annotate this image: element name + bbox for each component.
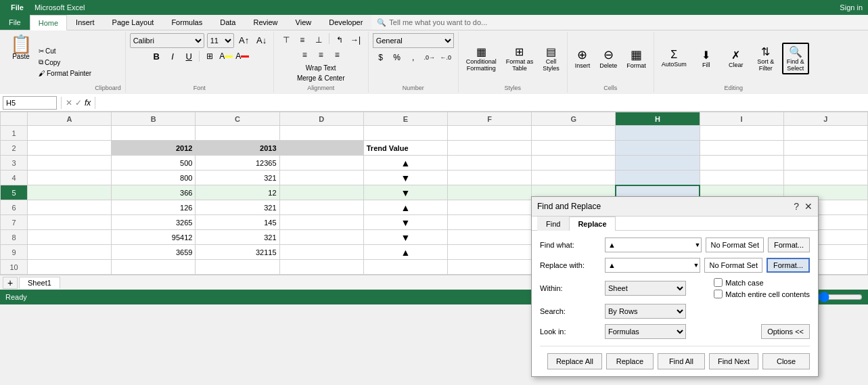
increase-decimal-button[interactable]: .0→ <box>422 51 437 64</box>
italic-button[interactable]: I <box>165 49 180 63</box>
merge-center-button[interactable]: Merge & Center <box>278 73 364 83</box>
col-header-h[interactable]: H <box>616 112 700 126</box>
cell-g4[interactable] <box>532 171 616 185</box>
cell-d7[interactable] <box>279 215 363 230</box>
replace-format-button[interactable]: Format... <box>767 258 810 273</box>
autosum-button[interactable]: Σ AutoSum <box>658 47 690 70</box>
cell-g1[interactable] <box>532 126 616 141</box>
confirm-formula-button[interactable]: ✓ <box>75 98 82 108</box>
cell-a1[interactable] <box>28 126 112 141</box>
name-box[interactable] <box>3 96 57 110</box>
cell-h1[interactable] <box>616 126 700 141</box>
col-header-i[interactable]: I <box>700 112 783 126</box>
dialog-tab-replace[interactable]: Replace <box>569 217 615 231</box>
cell-f2[interactable] <box>447 141 531 156</box>
cell-d1[interactable] <box>279 126 363 141</box>
cell-d9[interactable] <box>279 245 363 260</box>
file-button[interactable]: File <box>5 2 29 13</box>
tab-formulas[interactable]: Formulas <box>162 15 211 30</box>
format-button[interactable]: ▦ Format <box>623 45 649 71</box>
tab-review[interactable]: Review <box>244 15 286 30</box>
match-entire-checkbox-label[interactable]: Match entire cell contents <box>714 290 810 298</box>
col-header-f[interactable]: F <box>447 112 531 126</box>
align-top-button[interactable]: ⊤ <box>279 33 294 47</box>
cell-e8[interactable]: ▼ <box>363 230 447 245</box>
cell-h4[interactable] <box>616 171 700 185</box>
tab-insert[interactable]: Insert <box>67 15 104 30</box>
align-center-button[interactable]: ≡ <box>313 48 328 62</box>
currency-button[interactable]: $ <box>373 51 388 64</box>
text-direction-button[interactable]: ↰ <box>332 33 347 47</box>
cell-c7[interactable]: 145 <box>196 215 279 230</box>
align-bottom-button[interactable]: ⊥ <box>311 33 326 47</box>
tab-developer[interactable]: Developer <box>320 15 371 30</box>
tab-file[interactable]: File <box>0 15 30 30</box>
copy-button[interactable]: ⧉Copy <box>35 57 95 68</box>
cell-e6[interactable]: ▲ <box>363 200 447 215</box>
cell-h3[interactable] <box>616 156 700 171</box>
cell-f10[interactable] <box>447 260 531 275</box>
cell-b10[interactable] <box>112 260 196 275</box>
col-header-j[interactable]: J <box>783 112 867 126</box>
cell-f5[interactable] <box>447 185 531 200</box>
cell-d10[interactable] <box>279 260 363 275</box>
conditional-formatting-button[interactable]: ▦ ConditionalFormatting <box>463 43 500 74</box>
decrease-font-button[interactable]: A↓ <box>254 33 269 47</box>
cell-b4[interactable]: 800 <box>112 171 196 185</box>
underline-button[interactable]: U <box>181 49 196 63</box>
cell-c2[interactable]: 2013 <box>196 141 279 156</box>
paste-button[interactable]: 📋 Paste <box>7 33 35 91</box>
tell-me-placeholder[interactable]: Tell me what you want to do... <box>389 18 487 26</box>
col-header-c[interactable]: C <box>196 112 279 126</box>
format-painter-button[interactable]: 🖌Format Painter <box>35 68 95 78</box>
cell-c5[interactable]: 12 <box>196 185 279 200</box>
dialog-help-button[interactable]: ? <box>794 201 799 212</box>
cell-e1[interactable] <box>363 126 447 141</box>
font-family-select[interactable]: Calibri <box>130 33 204 48</box>
cell-a8[interactable] <box>28 230 112 245</box>
tab-view[interactable]: View <box>287 15 321 30</box>
cancel-formula-button[interactable]: ✕ <box>66 98 72 108</box>
find-format-button[interactable]: Format... <box>768 237 810 252</box>
cell-b9[interactable]: 3659 <box>112 245 196 260</box>
replace-with-input[interactable] <box>605 258 700 273</box>
tab-data[interactable]: Data <box>211 15 244 30</box>
cell-a7[interactable] <box>28 215 112 230</box>
cell-c8[interactable]: 321 <box>196 230 279 245</box>
cell-c6[interactable]: 321 <box>196 200 279 215</box>
cell-b8[interactable]: 95412 <box>112 230 196 245</box>
cell-b1[interactable] <box>112 126 196 141</box>
sort-filter-button[interactable]: ⇅ Sort &Filter <box>752 43 779 74</box>
font-color-button[interactable]: A <box>235 49 250 63</box>
fill-button[interactable]: ⬇ Fill <box>693 47 720 70</box>
cell-a6[interactable] <box>28 200 112 215</box>
cell-a9[interactable] <box>28 245 112 260</box>
font-size-select[interactable]: 11 <box>207 33 234 48</box>
cell-b7[interactable]: 3265 <box>112 215 196 230</box>
cell-b3[interactable]: 500 <box>112 156 196 171</box>
cell-a3[interactable] <box>28 156 112 171</box>
cell-e10[interactable] <box>363 260 447 275</box>
col-header-b[interactable]: B <box>112 112 196 126</box>
align-right-button[interactable]: ≡ <box>329 48 344 62</box>
align-middle-button[interactable]: ≡ <box>295 33 310 47</box>
borders-button[interactable]: ⊞ <box>202 49 217 63</box>
cell-d6[interactable] <box>279 200 363 215</box>
find-select-button[interactable]: 🔍 Find &Select <box>782 43 809 74</box>
sheet-tab-1[interactable]: Sheet1 <box>19 277 60 289</box>
cell-j1[interactable] <box>783 126 867 141</box>
cell-c4[interactable]: 321 <box>196 171 279 185</box>
cell-e2[interactable]: Trend Value <box>363 141 447 156</box>
cell-f9[interactable] <box>447 245 531 260</box>
cell-a2[interactable] <box>28 141 112 156</box>
cell-f8[interactable] <box>447 230 531 245</box>
cell-j2[interactable] <box>783 141 867 156</box>
cell-b2[interactable]: 2012 <box>112 141 196 156</box>
cell-d3[interactable] <box>279 156 363 171</box>
col-header-d[interactable]: D <box>279 112 363 126</box>
cell-h2[interactable] <box>616 141 700 156</box>
cell-e7[interactable]: ▼ <box>363 215 447 230</box>
sign-in[interactable]: Sign in <box>840 3 863 12</box>
cell-i3[interactable] <box>700 156 783 171</box>
cell-e3[interactable]: ▲ <box>363 156 447 171</box>
